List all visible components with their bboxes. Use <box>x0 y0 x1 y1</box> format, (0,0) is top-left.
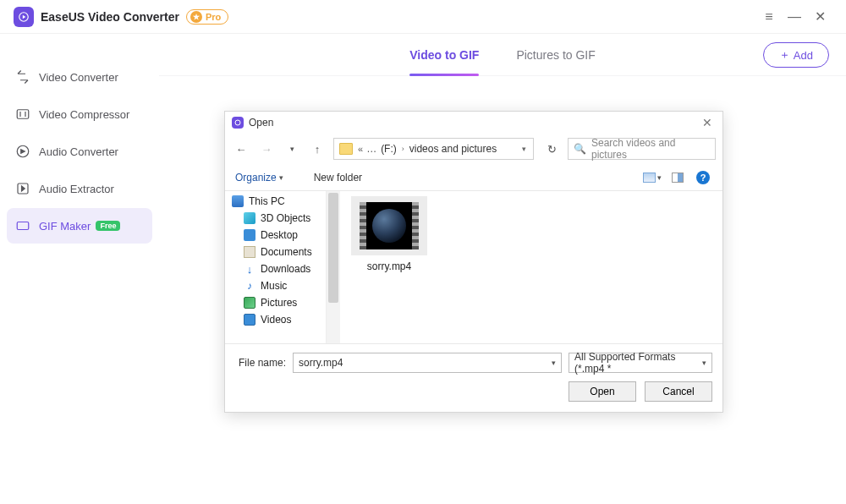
cancel-button[interactable]: Cancel <box>645 381 712 402</box>
menu-icon[interactable]: ≡ <box>756 4 782 30</box>
chevron-right-icon: › <box>400 145 406 153</box>
sidebar-item-video-compressor[interactable]: Video Compressor <box>7 96 152 132</box>
add-button[interactable]: ＋ Add <box>763 42 829 68</box>
search-icon: 🔍 <box>574 143 586 155</box>
new-folder-button[interactable]: New folder <box>314 172 362 184</box>
sidebar: Video Converter Video Compressor Audio C… <box>0 34 159 504</box>
plus-icon: ＋ <box>779 47 790 63</box>
documents-icon <box>244 246 255 258</box>
audio-convert-icon <box>15 144 30 159</box>
tree-documents[interactable]: Documents <box>225 244 326 260</box>
dialog-title: Open <box>249 117 699 129</box>
dialog-nav-row: ← → ▾ ↑ « … (F:) › videos and pictures ▾… <box>225 134 722 164</box>
dialog-footer: File name: sorry.mp4 ▾ All Supported For… <box>225 343 722 412</box>
pc-icon <box>232 195 244 207</box>
address-bar[interactable]: « … (F:) › videos and pictures ▾ <box>333 138 534 160</box>
filename-input[interactable]: sorry.mp4 ▾ <box>293 353 562 373</box>
convert-icon <box>15 69 30 85</box>
recent-dropdown[interactable]: ▾ <box>283 140 301 158</box>
tab-video-to-gif[interactable]: Video to GIF <box>409 34 479 75</box>
free-badge: Free <box>96 221 120 231</box>
tree-this-pc[interactable]: This PC <box>225 193 326 210</box>
svg-rect-5 <box>17 222 29 230</box>
videos-icon <box>244 314 255 326</box>
pictures-icon <box>244 297 255 309</box>
star-icon: ★ <box>190 11 202 23</box>
file-pane[interactable]: sorry.mp4 <box>340 191 722 343</box>
forward-button[interactable]: → <box>257 140 276 158</box>
help-button[interactable]: ? <box>694 169 712 186</box>
tree-desktop[interactable]: Desktop <box>225 227 326 244</box>
extract-icon <box>15 181 30 196</box>
breadcrumb-folder[interactable]: videos and pictures <box>409 143 497 155</box>
dialog-toolbar: Organize ▾ New folder ▾ ? <box>225 164 722 191</box>
back-button[interactable]: ← <box>232 140 250 158</box>
music-icon: ♪ <box>244 280 255 292</box>
tabs-row: Video to GIF Pictures to GIF ＋ Add <box>159 34 846 76</box>
sidebar-item-video-converter[interactable]: Video Converter <box>7 59 152 95</box>
file-name-label: sorry.mp4 <box>349 260 430 272</box>
address-dropdown[interactable]: ▾ <box>519 145 530 153</box>
dialog-logo-icon <box>232 117 244 129</box>
close-button[interactable]: ✕ <box>807 4 832 30</box>
view-mode-button[interactable]: ▾ <box>643 169 662 186</box>
folder-tree: This PC 3D Objects Desktop Documents ↓Do… <box>225 191 327 343</box>
tree-pictures[interactable]: Pictures <box>225 294 326 311</box>
3d-icon <box>244 212 255 224</box>
app-logo-icon <box>14 7 34 27</box>
search-input[interactable]: 🔍 Search videos and pictures <box>568 138 716 160</box>
sidebar-item-label: Video Converter <box>39 71 118 84</box>
downloads-icon: ↓ <box>244 263 255 275</box>
tab-pictures-to-gif[interactable]: Pictures to GIF <box>516 34 595 75</box>
dialog-body: This PC 3D Objects Desktop Documents ↓Do… <box>225 191 722 343</box>
sidebar-item-audio-extractor[interactable]: Audio Extractor <box>7 171 152 206</box>
sidebar-item-audio-converter[interactable]: Audio Converter <box>7 134 152 169</box>
titlebar: EaseUS Video Converter ★ Pro ≡ — ✕ <box>0 0 846 34</box>
tree-music[interactable]: ♪Music <box>225 277 326 294</box>
compress-icon <box>15 107 30 122</box>
open-button[interactable]: Open <box>569 381 636 402</box>
preview-pane-button[interactable] <box>668 169 687 186</box>
sidebar-item-gif-maker[interactable]: GIF Maker Free <box>7 208 152 244</box>
filename-label: File name: <box>235 357 286 369</box>
minimize-button[interactable]: — <box>782 4 807 30</box>
up-button[interactable]: ↑ <box>308 140 327 158</box>
desktop-icon <box>244 229 255 241</box>
svg-point-6 <box>235 120 240 125</box>
chevron-down-icon: ▾ <box>702 359 706 367</box>
pro-badge: ★ Pro <box>186 9 228 25</box>
sidebar-item-label: GIF Maker <box>39 220 91 233</box>
file-type-filter[interactable]: All Supported Formats (*.mp4 * ▾ <box>569 353 712 373</box>
tree-downloads[interactable]: ↓Downloads <box>225 260 326 277</box>
tree-3d-objects[interactable]: 3D Objects <box>225 210 326 227</box>
file-thumbnail <box>351 196 427 255</box>
svg-marker-1 <box>23 14 25 19</box>
sidebar-item-label: Audio Extractor <box>39 183 114 195</box>
svg-rect-2 <box>17 110 29 119</box>
open-file-dialog: Open ✕ ← → ▾ ↑ « … (F:) › videos and pic… <box>224 111 723 413</box>
chevron-down-icon: ▾ <box>279 173 283 182</box>
dialog-titlebar: Open ✕ <box>225 112 722 134</box>
sidebar-item-label: Video Compressor <box>39 108 129 121</box>
overflow-chevron[interactable]: « <box>358 144 363 154</box>
breadcrumb-drive[interactable]: (F:) <box>381 143 397 155</box>
refresh-button[interactable]: ↻ <box>542 140 561 158</box>
folder-icon <box>339 143 353 155</box>
tree-videos[interactable]: Videos <box>225 311 326 328</box>
dialog-close-button[interactable]: ✕ <box>699 114 716 131</box>
sidebar-item-label: Audio Converter <box>39 145 118 158</box>
file-item-sorry-mp4[interactable]: sorry.mp4 <box>349 196 430 272</box>
chevron-down-icon[interactable]: ▾ <box>552 359 556 367</box>
organize-button[interactable]: Organize ▾ <box>235 172 283 184</box>
app-title: EaseUS Video Converter <box>41 10 179 24</box>
gif-icon <box>15 218 30 233</box>
breadcrumb-ellipsis: … <box>366 143 377 155</box>
tree-scrollbar[interactable] <box>327 191 340 343</box>
